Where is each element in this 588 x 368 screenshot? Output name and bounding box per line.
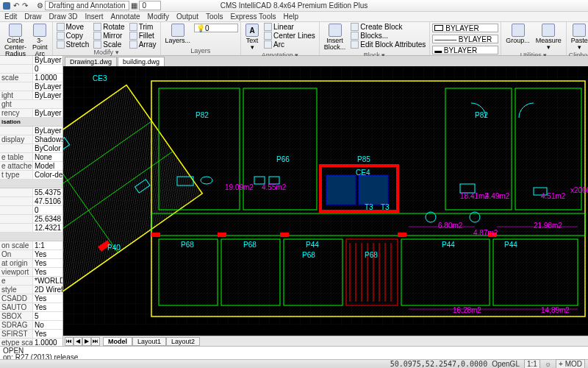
fillet-button[interactable]: Fillet (128, 32, 158, 40)
layout-tabs: ⏮◀▶⏭ Model Layout1 Layout2 (63, 336, 588, 346)
lineweight-select[interactable]: ▬ BYLAYER (432, 46, 498, 54)
text-button[interactable]: AText▾ (243, 23, 261, 52)
prop-row[interactable]: viewportYes (0, 268, 62, 277)
svg-text:P40: P40 (107, 244, 121, 252)
prop-row[interactable]: at originYes (0, 259, 62, 268)
color-select[interactable]: BYLAYER (432, 24, 498, 32)
prop-row[interactable]: SFIRSTYes (0, 330, 62, 339)
qat-layer-icon[interactable]: ▦ (131, 1, 137, 10)
svg-text:4.55m2: 4.55m2 (262, 183, 287, 191)
measure-button[interactable]: Measure▾ (534, 23, 564, 52)
group-button[interactable]: Group... (503, 23, 532, 45)
prop-row[interactable]: 12.4321 (0, 224, 62, 233)
menu-insert[interactable]: Insert (85, 13, 103, 21)
prop-row[interactable]: ByLayer (0, 82, 62, 91)
insert-block-button[interactable]: InsertBlock... (322, 23, 348, 52)
svg-text:x20602: x20602 (570, 186, 588, 194)
tab-layout1[interactable]: Layout1 (132, 337, 166, 346)
status-mod[interactable]: + MOD (556, 359, 585, 368)
move-button[interactable]: Move (55, 23, 91, 31)
menu-edit[interactable]: Edit (4, 13, 17, 21)
tab-layout2[interactable]: Layout2 (166, 337, 200, 346)
menu-modify[interactable]: Modify (148, 13, 169, 21)
paste-button[interactable]: Paste▾ (569, 23, 588, 52)
arc-icon (33, 24, 46, 37)
edit-block-attr-button[interactable]: Edit Block Attributes (349, 40, 427, 49)
prop-row[interactable]: OnYes (0, 250, 62, 259)
prop-row[interactable]: SAUTOYes (0, 303, 62, 312)
prop-row[interactable]: e attached toModel (0, 162, 62, 171)
prop-row[interactable]: ByColor (0, 144, 62, 153)
status-opengl: OpenGL (492, 360, 520, 368)
linear-dim-button[interactable]: Linear (262, 23, 317, 31)
prop-row[interactable]: t typeColor-dependent print st.. (0, 171, 62, 180)
prop-row[interactable]: ByLayer (0, 127, 62, 135)
prop-row[interactable]: scale1.0000 (0, 74, 62, 82)
prop-row[interactable]: 47.5106 (0, 197, 62, 206)
linetype-select[interactable]: ——— BYLAYER (432, 35, 498, 43)
menu-draw[interactable]: Draw (24, 13, 41, 21)
prop-row[interactable]: ightByLayer (0, 91, 62, 100)
svg-text:21.98m2: 21.98m2 (534, 222, 562, 230)
svg-rect-43 (398, 233, 406, 237)
layout-nav[interactable]: ⏮◀▶⏭ (65, 337, 100, 346)
create-block-button[interactable]: Create Block (349, 23, 427, 31)
title-bar: ↶ ↷ ⚙ Drafting and Annotation ▦ 0 CMS In… (0, 0, 588, 12)
prop-row[interactable]: 0 (0, 65, 62, 74)
menu-tools[interactable]: Tools (206, 13, 223, 21)
qat-redo-icon[interactable]: ↷ (22, 1, 28, 10)
prop-row[interactable]: 0 (0, 206, 62, 215)
blocks-button[interactable]: Blocks... (349, 32, 427, 40)
stretch-button[interactable]: Stretch (55, 40, 91, 49)
prop-row[interactable]: SDRAGNo (0, 321, 62, 330)
prop-header (0, 180, 62, 188)
drawing-canvas[interactable]: P82P82P66P85CE4CE3P68P68T3T3P44P44P44P68… (63, 66, 588, 336)
prop-row[interactable]: etype scale1.0000 (0, 339, 62, 346)
workspace-selector[interactable]: Drafting and Annotation (45, 1, 129, 10)
menu-help[interactable]: Help (283, 13, 298, 21)
svg-text:T3: T3 (365, 203, 373, 211)
status-sun-icon[interactable]: ☼ (545, 360, 551, 368)
array-button[interactable]: Array (128, 40, 158, 49)
prop-row[interactable]: on scale1:1 (0, 241, 62, 250)
centerlines-button[interactable]: Center Lines (262, 32, 317, 40)
properties-panel[interactable]: ByLayer0scale1.0000ByLayerightByLayerght… (0, 56, 63, 346)
menu-express[interactable]: Express Tools (230, 13, 276, 21)
layers-button[interactable]: Layers... (163, 23, 193, 45)
svg-text:4.87m2: 4.87m2 (473, 229, 498, 237)
tab-model[interactable]: Model (103, 337, 132, 346)
trim-button[interactable]: Trim (128, 23, 158, 31)
svg-text:CE3: CE3 (93, 74, 107, 82)
layer-quick[interactable]: 0 (139, 1, 161, 10)
prop-row[interactable]: displayShadows cast and rece.. (0, 135, 62, 144)
ribbon-group-annotation: AText▾ Linear Center Lines Arc Annotatio… (241, 22, 320, 55)
svg-text:4.49m2: 4.49m2 (485, 192, 510, 200)
prop-row[interactable]: CSADDYes (0, 294, 62, 303)
mirror-button[interactable]: Mirror (92, 32, 126, 40)
arc-dim-button[interactable]: Arc (262, 40, 317, 49)
menu-draw3d[interactable]: Draw 3D (49, 13, 78, 21)
status-scale[interactable]: 1:1 (524, 359, 540, 368)
app-icon (3, 2, 10, 10)
qat-undo-icon[interactable]: ↶ (13, 1, 19, 10)
prop-row[interactable]: 25.6348 (0, 215, 62, 224)
rotate-button[interactable]: Rotate (92, 23, 126, 31)
prop-row[interactable]: e*WORLD* (0, 277, 62, 286)
command-line[interactable]: OPEN on: R27 (2013) release (0, 346, 588, 359)
copy-button[interactable]: Copy (55, 32, 91, 40)
tab-building[interactable]: building.dwg (118, 57, 165, 66)
prop-row[interactable]: SBOX5 (0, 312, 62, 321)
prop-row[interactable]: ByLayer (0, 56, 62, 65)
svg-rect-40 (151, 233, 160, 237)
svg-text:P44: P44 (442, 241, 455, 249)
prop-row[interactable]: 55.4375 (0, 188, 62, 197)
prop-row[interactable]: style2D Wireframe (0, 286, 62, 294)
prop-row[interactable]: ght (0, 100, 62, 109)
scale-button[interactable]: Scale (92, 40, 126, 49)
prop-row[interactable]: e tableNone (0, 153, 62, 162)
tab-drawing1[interactable]: Drawing1.dwg (65, 57, 117, 66)
prop-row[interactable]: rencyByLayer (0, 109, 62, 118)
layer-select[interactable]: 💡0 (194, 24, 238, 32)
menu-output[interactable]: Output (176, 13, 198, 21)
menu-annotate[interactable]: Annotate (111, 13, 140, 21)
